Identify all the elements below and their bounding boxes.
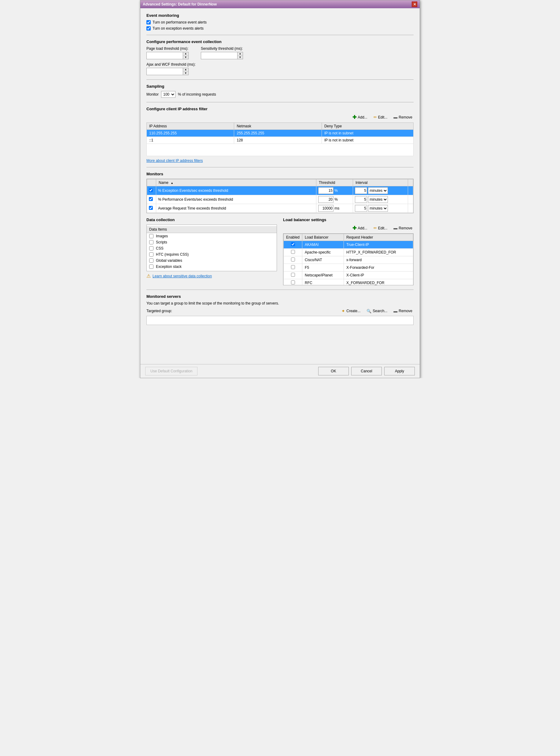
exception-alerts-checkbox[interactable] [146,26,151,30]
ip-filter-link[interactable]: More about client IP address filters [146,159,203,163]
monitor-select[interactable]: 100 50 25 10 [161,91,176,98]
ip-edit-label: Edit... [378,115,387,120]
perf-alerts-label: Turn on performance event alerts [153,20,207,24]
lb-enabled-cell[interactable] [284,279,302,286]
ip-remove-button[interactable]: ▬ Remove [392,114,414,120]
lb-row[interactable]: Cisco/NAT x-forward [284,256,413,264]
lb-enabled-cell[interactable] [284,249,302,256]
lb-edit-button[interactable]: ✏ Edit... [372,225,389,231]
list-item: Global variables [147,257,277,264]
edit-icon: ✏ [374,115,377,120]
scripts-label: Scripts [156,240,167,244]
servers-remove-button[interactable]: ▬ Remove [392,308,414,314]
page-load-spinner-btn[interactable]: ▲ ▼ [183,52,188,59]
sensitivity-down-arrow[interactable]: ▼ [238,56,243,59]
lb-name-cell: AKAMAI [302,241,344,249]
ajax-wcf-up-arrow[interactable]: ▲ [183,68,188,72]
interval-select-3[interactable]: minutes hours [368,205,388,212]
divider-5 [146,290,414,290]
lb-enabled-cell[interactable] [284,272,302,279]
scripts-checkbox[interactable] [149,240,154,244]
sensitivity-up-arrow[interactable]: ▲ [238,52,243,56]
perf-collection-title: Configure performance event collection [146,39,414,44]
ajax-wcf-input[interactable]: 5000 [146,68,183,75]
htc-checkbox[interactable] [149,252,154,257]
perf-alerts-checkbox[interactable] [146,20,151,24]
monitor-check-cell[interactable] [147,204,156,213]
htc-label: HTC (requires CSS) [156,252,188,257]
sensitivity-field: Sensitivity threshold (ms): 3000 ▲ ▼ [201,46,243,59]
global-vars-checkbox[interactable] [149,258,154,263]
lb-add-icon: ✚ [353,225,356,231]
monitor-interval-cell: minutes hours [353,204,408,213]
lb-row[interactable]: AKAMAI True-Client-IP [284,241,413,249]
targeted-group-toolbar: ✦ Create... 🔍 Search... ▬ Remove [340,308,414,314]
monitored-servers-section: Monitored servers You can target a group… [146,294,414,325]
sensitive-data-link[interactable]: Learn about sensitive data collection [153,274,212,278]
ip-filter-toolbar: ✚ Add... ✏ Edit... ▬ Remove [146,113,414,121]
perf-thresholds-row: Page load threshold (ms): 15000 ▲ ▼ Sens… [146,46,414,59]
default-config-button[interactable]: Use Default Configuration [145,367,198,375]
lb-enabled-cell[interactable] [284,241,302,249]
monitors-name-col[interactable]: Name ▲ [156,179,316,186]
targeted-group-label: Targeted group: [146,309,172,313]
table-row[interactable]: 110.255.255.255 255.255.255.255 IP is no… [147,130,414,137]
exception-stack-checkbox[interactable] [149,265,154,269]
sampling-suffix: % of incoming requests [178,92,216,97]
monitor-threshold-cell: % [316,195,353,204]
images-checkbox[interactable] [149,234,154,238]
lb-row[interactable]: F5 X-Forwarded-For [284,264,413,272]
ajax-wcf-down-arrow[interactable]: ▼ [183,72,188,75]
deny-col-header: Deny Type [322,123,413,130]
targeted-group-box [146,316,414,325]
monitor-check-cell[interactable] [147,186,156,195]
lb-add-button[interactable]: ✚ Add... [351,225,368,232]
search-icon: 🔍 [366,309,372,313]
interval-select-2[interactable]: minutes hours [368,196,388,203]
page-load-down-arrow[interactable]: ▼ [183,56,188,59]
sensitivity-input[interactable]: 3000 [201,52,238,59]
lb-row[interactable]: RFC X_FORWARDED_FOR [284,279,413,286]
monitored-servers-title: Monitored servers [146,294,414,299]
page-load-up-arrow[interactable]: ▲ [183,52,188,56]
lb-edit-label: Edit... [378,226,387,230]
close-button[interactable]: ✕ [412,2,417,7]
sensitivity-label: Sensitivity threshold (ms): [201,46,243,51]
ip-filter-section: Configure client IP address filter ✚ Add… [146,107,414,163]
threshold-input-1[interactable] [318,187,334,194]
sensitivity-spinner-btn[interactable]: ▲ ▼ [238,52,243,59]
monitors-title: Monitors [146,172,414,176]
monitor-row[interactable]: Average Request Time exceeds threshold m… [147,204,413,213]
monitors-interval-col: Interval [353,179,408,186]
interval-input-3[interactable] [355,205,367,212]
lb-header-cell: True-Client-IP [344,241,413,249]
divider-4 [146,167,414,167]
lb-row[interactable]: Apache-specific HTTP_X_FORWARDED_FOR [284,249,413,256]
ip-edit-button[interactable]: ✏ Edit... [372,114,389,120]
page-load-input[interactable]: 15000 [146,52,183,59]
monitor-check-cell[interactable] [147,195,156,204]
create-button[interactable]: ✦ Create... [340,308,362,314]
ip-add-button[interactable]: ✚ Add... [351,113,368,121]
interval-input-1[interactable] [355,187,367,194]
interval-input-2[interactable] [355,196,367,203]
cancel-button[interactable]: Cancel [351,367,382,375]
search-label: Search... [373,309,387,313]
search-button[interactable]: 🔍 Search... [365,308,388,314]
threshold-input-3[interactable] [318,205,334,212]
lb-header-cell: X-Forwarded-For [344,264,413,272]
lb-enabled-cell[interactable] [284,256,302,264]
main-window: Advanced Settings: Default for DinnerNow… [140,0,420,378]
monitor-row[interactable]: % Performance Events/sec exceeds thresho… [147,195,413,204]
monitor-row[interactable]: % Exception Events/sec exceeds threshold… [147,186,413,195]
table-row[interactable]: ::1 128 IP is not in subnet [147,137,414,144]
apply-button[interactable]: Apply [384,367,415,375]
lb-remove-button[interactable]: ▬ Remove [392,225,414,231]
interval-select-1[interactable]: minutes hours [368,187,388,194]
ajax-wcf-spinner-btn[interactable]: ▲ ▼ [183,68,188,75]
lb-enabled-cell[interactable] [284,264,302,272]
lb-row[interactable]: Netscape/iPlanet X-Client-IP [284,272,413,279]
css-checkbox[interactable] [149,246,154,250]
ok-button[interactable]: OK [318,367,349,375]
threshold-input-2[interactable] [318,196,334,203]
